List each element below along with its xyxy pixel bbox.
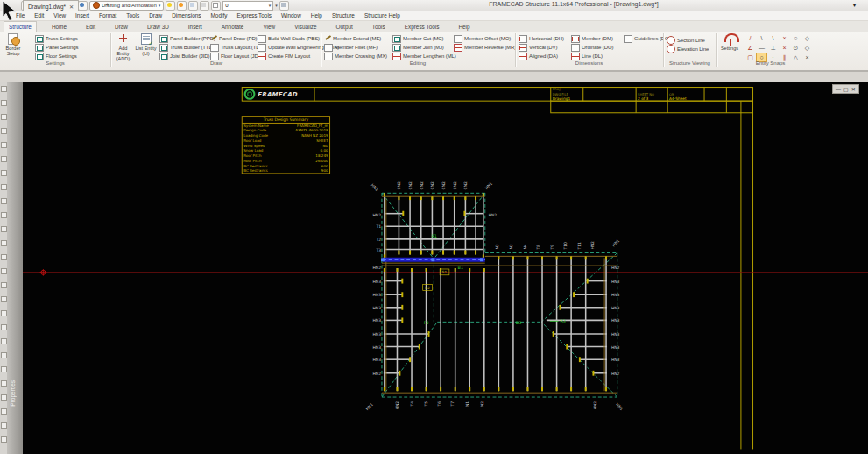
lightbulb-icon[interactable]: [166, 1, 175, 11]
menu-draw[interactable]: Draw: [149, 12, 162, 18]
tab-view[interactable]: View: [258, 22, 279, 32]
dock-tool-icon[interactable]: [1, 282, 7, 288]
menu-modify[interactable]: Modify: [211, 12, 228, 18]
dock-tool-icon[interactable]: [1, 408, 7, 415]
snap-center-icon[interactable]: ○: [790, 33, 801, 43]
member-fillet-button[interactable]: Member Fillet (MF): [324, 43, 387, 52]
member-extend-button[interactable]: Member Extend (ME): [324, 34, 387, 43]
tab-help[interactable]: Help: [454, 22, 474, 32]
member-cut-button[interactable]: Member Cut (MC): [392, 34, 456, 43]
dim-aligned-button[interactable]: Aligned (DA): [519, 52, 564, 60]
member-lengthen-button[interactable]: Member Lengthen (ML): [392, 52, 456, 60]
list-entity-button[interactable]: ✓ List Entity (LI): [135, 33, 157, 60]
dock-tool-icon[interactable]: [1, 268, 7, 274]
snap-apparent-intersection-icon[interactable]: ×: [779, 43, 790, 53]
snap-settings-button[interactable]: Settings: [718, 33, 741, 60]
panel-settings-button[interactable]: Panel Settings: [35, 43, 78, 52]
snap-midpoint-icon[interactable]: \: [756, 33, 767, 43]
color-swatch-icon[interactable]: [211, 1, 221, 11]
menu-edit[interactable]: Edit: [34, 12, 44, 18]
snap-node-icon[interactable]: ⊙: [790, 43, 801, 53]
lock-icon[interactable]: [200, 1, 209, 11]
roof-framing-plan[interactable]: FRAMECADPROJDWG FILEDrawing1SHEET NO2 of…: [23, 82, 868, 454]
dim-member-button[interactable]: Member (DM): [571, 34, 613, 43]
elevation-line-button[interactable]: Elevation Line: [667, 45, 709, 53]
panel-draw-button[interactable]: Panel Draw (PD): [210, 34, 261, 43]
joist-builder-button[interactable]: Joist Builder (JID): [159, 52, 215, 60]
close-icon[interactable]: ✕: [851, 86, 856, 93]
menu-express-tools[interactable]: Express Tools: [236, 12, 272, 18]
properties-palette-bar[interactable]: Properties: [7, 82, 24, 454]
tab-draw-3d[interactable]: Draw 3D: [143, 22, 173, 32]
sun-icon[interactable]: [177, 1, 187, 11]
tab-edit[interactable]: Edit: [81, 22, 100, 32]
dock-tool-icon[interactable]: [1, 198, 7, 204]
dock-tool-icon[interactable]: [1, 296, 7, 302]
tab-tools[interactable]: Tools: [368, 22, 390, 32]
floor-layout-button[interactable]: Floor Layout (JD): [210, 52, 261, 60]
menu-help[interactable]: Help: [311, 12, 322, 18]
layer-combo[interactable]: 0 ▾: [222, 1, 273, 11]
layers-icon[interactable]: [188, 1, 198, 11]
snap-insert-icon[interactable]: ◇: [801, 33, 813, 43]
member-reverse-button[interactable]: Member Reverse (MR): [454, 43, 516, 52]
chevron-down-icon[interactable]: ▾: [853, 2, 856, 8]
dock-tool-icon[interactable]: [1, 114, 7, 120]
dock-tool-icon[interactable]: [1, 170, 7, 176]
workspace-switcher[interactable]: Drafting and Annotation ▾: [89, 1, 164, 11]
snap-nearest-icon[interactable]: \: [767, 33, 779, 43]
menu-view[interactable]: View: [53, 12, 66, 18]
dock-tool-icon[interactable]: [1, 338, 7, 344]
dim-vertical-button[interactable]: Vertical (DV): [519, 43, 564, 52]
dock-tool-icon[interactable]: [1, 310, 7, 316]
snap-perpendicular-icon[interactable]: ⊥: [767, 43, 779, 53]
dock-tool-icon[interactable]: [1, 422, 7, 429]
dock-tool-icon[interactable]: [1, 352, 7, 358]
tab-annotate[interactable]: Annotate: [217, 22, 249, 32]
dock-tool-icon[interactable]: [1, 324, 7, 330]
tab-visualize[interactable]: Visualize: [290, 22, 321, 32]
tab-draw[interactable]: Draw: [110, 22, 132, 32]
menu-format[interactable]: Format: [99, 12, 116, 18]
truss-layout-button[interactable]: Truss Layout (TD): [210, 43, 261, 52]
minimize-icon[interactable]: —: [836, 86, 841, 93]
snap-extension-icon[interactable]: —: [756, 43, 767, 53]
document-tab[interactable]: Drawing1.dwg* ✕: [23, 0, 79, 11]
dock-tool-icon[interactable]: [1, 100, 7, 106]
tab-output[interactable]: Output: [332, 22, 357, 32]
floor-settings-button[interactable]: Floor Settings: [35, 52, 78, 60]
menu-insert[interactable]: Insert: [75, 12, 89, 18]
truss-settings-button[interactable]: Truss Settings: [35, 34, 78, 43]
dock-tool-icon[interactable]: [1, 142, 7, 148]
dock-tool-icon[interactable]: [1, 380, 7, 387]
menu-structure-help[interactable]: Structure Help: [364, 12, 400, 18]
tab-structure[interactable]: Structure: [4, 21, 37, 32]
truss-builder-button[interactable]: Truss Builder (TTD): [159, 43, 215, 52]
dock-tool-icon[interactable]: [1, 366, 7, 372]
member-join-button[interactable]: Member Join (MJ): [392, 43, 456, 52]
tab-express-tools[interactable]: Express Tools: [400, 22, 444, 32]
member-offset-button[interactable]: Member Offset (MO): [454, 34, 516, 43]
menu-dimensions[interactable]: Dimensions: [172, 12, 201, 18]
dock-tool-icon[interactable]: [1, 128, 7, 134]
snap-quadrant-icon[interactable]: ◇: [801, 43, 813, 53]
dock-tool-icon[interactable]: [1, 226, 7, 232]
add-entity-button[interactable]: Add Entity (ADD): [112, 33, 134, 60]
tab-insert[interactable]: Insert: [184, 22, 207, 32]
dock-tool-icon[interactable]: [1, 240, 7, 246]
panel-builder-button[interactable]: Panel Builder (PPD): [159, 34, 215, 43]
restore-icon[interactable]: ▢: [843, 86, 849, 93]
dock-tool-icon[interactable]: [1, 212, 7, 218]
dim-line-button[interactable]: Line (DL): [571, 52, 613, 60]
dock-tool-icon[interactable]: [1, 394, 7, 401]
qat-customize-icon[interactable]: ▾: [275, 3, 278, 8]
border-setup-button[interactable]: Border Setup: [2, 33, 25, 60]
dim-horizontal-button[interactable]: Horizontal (DH): [519, 34, 564, 43]
dock-tool-icon[interactable]: [1, 254, 7, 260]
dock-tool-icon[interactable]: [1, 184, 7, 190]
dim-ordinate-button[interactable]: Ordinate (DO): [571, 43, 613, 52]
member-crossing-button[interactable]: Member Crossing (MX): [324, 52, 387, 60]
snap-endpoint-icon[interactable]: /: [745, 33, 756, 43]
dock-tool-icon[interactable]: [1, 156, 7, 162]
printer-icon[interactable]: [279, 1, 289, 11]
